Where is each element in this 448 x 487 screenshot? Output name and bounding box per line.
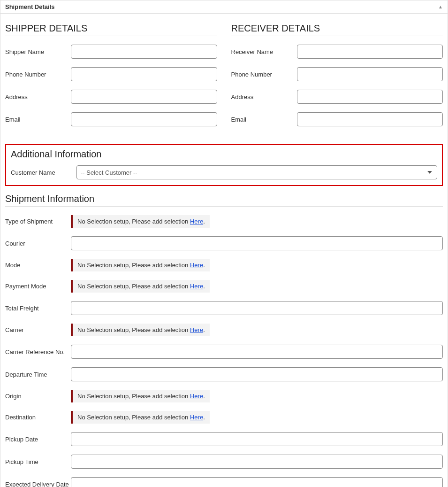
shipper-email-input[interactable] <box>71 112 217 126</box>
receiver-column: RECEIVER DETAILS Receiver Name Phone Num… <box>231 18 443 135</box>
receiver-name-input[interactable] <box>297 45 443 59</box>
payment-mode-notice: No Selection setup, Please add selection… <box>71 280 210 293</box>
carrier-ref-input[interactable] <box>71 345 443 359</box>
notice-text: No Selection setup, Please add selection <box>77 326 190 333</box>
shipment-details-panel: Shipment Details ▲ SHIPPER DETAILS Shipp… <box>0 0 448 487</box>
shipper-phone-input[interactable] <box>71 67 217 81</box>
courier-label: Courier <box>5 240 71 247</box>
type-notice: No Selection setup, Please add selection… <box>71 215 210 228</box>
shipper-name-input[interactable] <box>71 45 217 59</box>
type-of-shipment-label: Type of Shipment <box>5 218 71 225</box>
panel-header[interactable]: Shipment Details ▲ <box>0 0 448 14</box>
shipper-address-input[interactable] <box>71 90 217 104</box>
shipper-column: SHIPPER DETAILS Shipper Name Phone Numbe… <box>5 18 217 135</box>
carrier-ref-label: Carrier Reference No. <box>5 348 71 356</box>
mode-notice: No Selection setup, Please add selection… <box>71 259 210 271</box>
notice-suffix: . <box>203 414 205 421</box>
notice-text: No Selection setup, Please add selection <box>77 283 190 290</box>
shipper-address-label: Address <box>5 93 71 100</box>
total-freight-label: Total Freight <box>5 305 71 312</box>
pickup-time-input[interactable] <box>71 455 443 469</box>
type-here-link[interactable]: Here <box>190 218 203 225</box>
receiver-address-input[interactable] <box>297 90 443 104</box>
notice-suffix: . <box>203 283 205 290</box>
receiver-address-label: Address <box>231 93 297 100</box>
additional-info-box: Additional Information Customer Name -- … <box>5 144 443 186</box>
panel-title: Shipment Details <box>5 3 54 10</box>
notice-text: No Selection setup, Please add selection <box>77 393 190 400</box>
additional-heading: Additional Information <box>11 149 437 160</box>
destination-label: Destination <box>5 414 71 421</box>
receiver-heading: RECEIVER DETAILS <box>231 23 443 36</box>
pickup-date-input[interactable] <box>71 432 443 446</box>
receiver-phone-input[interactable] <box>297 67 443 81</box>
shipment-info-heading: Shipment Information <box>5 193 443 207</box>
carrier-here-link[interactable]: Here <box>190 326 203 333</box>
shipper-email-label: Email <box>5 116 71 123</box>
shipper-phone-label: Phone Number <box>5 71 71 78</box>
expected-delivery-label: Expected Delivery Date <box>5 481 71 487</box>
expected-delivery-input[interactable] <box>71 477 443 487</box>
customer-name-select[interactable]: -- Select Customer -- <box>76 165 437 179</box>
origin-here-link[interactable]: Here <box>190 393 203 400</box>
carrier-notice: No Selection setup, Please add selection… <box>71 324 210 336</box>
receiver-email-input[interactable] <box>297 112 443 126</box>
departure-time-label: Departure Time <box>5 371 71 378</box>
mode-label: Mode <box>5 262 71 269</box>
notice-suffix: . <box>203 326 205 333</box>
notice-text: No Selection setup, Please add selection <box>77 414 190 421</box>
carrier-label: Carrier <box>5 326 71 333</box>
courier-input[interactable] <box>71 236 443 250</box>
notice-text: No Selection setup, Please add selection <box>77 218 190 225</box>
pickup-time-label: Pickup Time <box>5 458 71 465</box>
panel-body: SHIPPER DETAILS Shipper Name Phone Numbe… <box>0 14 448 487</box>
shipper-heading: SHIPPER DETAILS <box>5 23 217 36</box>
customer-name-label: Customer Name <box>11 169 76 176</box>
notice-text: No Selection setup, Please add selection <box>77 262 190 269</box>
total-freight-input[interactable] <box>71 301 443 315</box>
departure-time-input[interactable] <box>71 367 443 381</box>
shipper-name-label: Shipper Name <box>5 48 71 55</box>
mode-here-link[interactable]: Here <box>190 262 203 269</box>
pickup-date-label: Pickup Date <box>5 436 71 443</box>
origin-label: Origin <box>5 393 71 400</box>
payment-here-link[interactable]: Here <box>190 283 203 290</box>
destination-here-link[interactable]: Here <box>190 414 203 421</box>
origin-notice: No Selection setup, Please add selection… <box>71 390 210 402</box>
receiver-name-label: Receiver Name <box>231 48 297 55</box>
notice-suffix: . <box>203 262 205 269</box>
receiver-email-label: Email <box>231 116 297 123</box>
notice-suffix: . <box>203 218 205 225</box>
receiver-phone-label: Phone Number <box>231 71 297 78</box>
collapse-icon[interactable]: ▲ <box>438 4 443 9</box>
destination-notice: No Selection setup, Please add selection… <box>71 411 210 424</box>
notice-suffix: . <box>203 393 205 400</box>
payment-mode-label: Payment Mode <box>5 283 71 290</box>
